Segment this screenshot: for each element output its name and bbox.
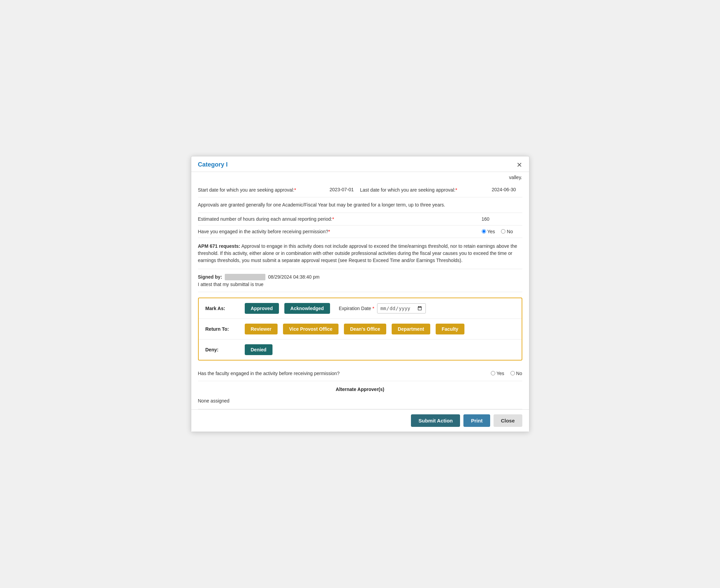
vice-provost-button[interactable]: Vice Provost Office (283, 323, 339, 334)
return-to-section: Return To: Reviewer Vice Provost Office … (199, 319, 522, 339)
hours-label: Estimated number of hours during each an… (198, 216, 482, 222)
faculty-button[interactable]: Faculty (436, 323, 464, 334)
permission-yes-option[interactable]: Yes (482, 229, 495, 234)
faculty-engaged-radio-group: Yes No (491, 371, 522, 376)
none-assigned-text: None assigned (198, 395, 522, 406)
apm-heading: APM 671 requests: (198, 244, 240, 249)
start-date-col: Start date for which you are seeking app… (198, 187, 360, 194)
alternate-approvers-title: Alternate Approver(s) (198, 386, 522, 392)
permission-no-option[interactable]: No (501, 229, 513, 234)
department-button[interactable]: Department (391, 323, 430, 334)
hours-value: 160 (482, 216, 522, 222)
attest-text: I attest that my submittal is true (198, 282, 522, 287)
faculty-yes-option[interactable]: Yes (491, 371, 504, 376)
apm-block: APM 671 requests: Approval to engage in … (198, 238, 522, 269)
faculty-engaged-label: Has the faculty engaged in the activity … (198, 371, 485, 376)
expiration-group: Expiration Date * (339, 303, 426, 313)
submit-action-button[interactable]: Submit Action (411, 414, 460, 427)
mark-as-section: Mark As: Approved Acknowledged Expiratio… (199, 298, 522, 319)
permission-label: Have you engaged in the activity before … (198, 229, 482, 234)
expiration-label: Expiration Date * (339, 306, 374, 311)
deny-label: Deny: (206, 347, 239, 352)
deans-office-button[interactable]: Dean's Office (344, 323, 386, 334)
close-button[interactable]: Close (493, 414, 522, 427)
signed-label: Signed by: (198, 274, 223, 280)
end-date-value: 2024-06-30 (488, 187, 522, 192)
start-date-label: Start date for which you are seeking app… (198, 187, 326, 194)
mark-as-label: Mark As: (206, 306, 239, 311)
close-icon[interactable]: ✕ (516, 162, 522, 168)
denied-button[interactable]: Denied (245, 344, 273, 355)
reviewer-button[interactable]: Reviewer (245, 323, 278, 334)
faculty-engaged-row: Has the faculty engaged in the activity … (198, 366, 522, 381)
permission-question-row: Have you engaged in the activity before … (198, 226, 522, 238)
end-date-label: Last date for which you are seeking appr… (360, 187, 488, 194)
end-date-col: Last date for which you are seeking appr… (360, 187, 522, 194)
expiration-date-input[interactable] (377, 303, 426, 313)
top-partial-text: valley. (198, 172, 522, 184)
modal-footer: Submit Action Print Close (191, 409, 529, 432)
modal-body: valley. Start date for which you are see… (191, 172, 529, 409)
action-box: Mark As: Approved Acknowledged Expiratio… (198, 297, 522, 360)
signed-date: 08/29/2024 04:38:40 pm (268, 274, 320, 280)
approval-info-text: Approvals are granted generally for one … (198, 197, 522, 213)
deny-section: Deny: Denied (199, 339, 522, 360)
signed-block: Signed by: 08/29/2024 04:38:40 pm I atte… (198, 269, 522, 292)
permission-radio-group: Yes No (482, 229, 522, 234)
approved-button[interactable]: Approved (245, 303, 279, 314)
hours-row: Estimated number of hours during each an… (198, 213, 522, 226)
start-date-value: 2023-07-01 (326, 187, 360, 192)
dates-row: Start date for which you are seeking app… (198, 184, 522, 197)
acknowledged-button[interactable]: Acknowledged (284, 303, 330, 314)
modal-title: Category I (198, 161, 228, 168)
print-button[interactable]: Print (463, 414, 490, 427)
signer-name (225, 274, 266, 280)
category-i-modal: Category I ✕ valley. Start date for whic… (191, 156, 529, 432)
modal-header: Category I ✕ (191, 156, 529, 172)
faculty-no-option[interactable]: No (510, 371, 522, 376)
alternate-approvers-section: Alternate Approver(s) None assigned (198, 381, 522, 409)
return-to-label: Return To: (206, 326, 239, 332)
signed-line: Signed by: 08/29/2024 04:38:40 pm (198, 274, 522, 280)
